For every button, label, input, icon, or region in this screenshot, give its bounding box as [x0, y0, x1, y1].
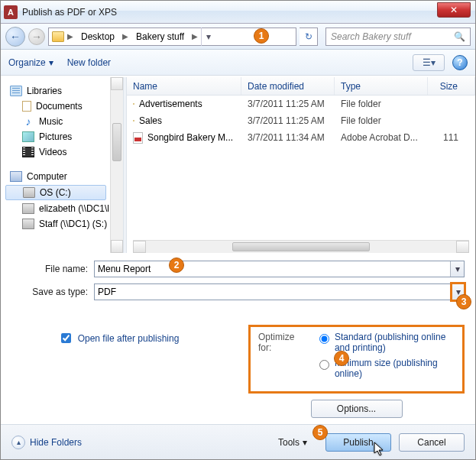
table-row[interactable]: Advertisements3/7/2011 11:25 AMFile fold… — [127, 96, 475, 112]
col-date[interactable]: Date modified — [241, 77, 335, 95]
crumb-desktop[interactable]: Desktop — [76, 30, 119, 44]
tree-libraries[interactable]: Libraries — [4, 83, 120, 99]
tree-scrollbar[interactable] — [110, 77, 123, 253]
toolbar: Organize▾ New folder ☰▾ ? — [1, 50, 475, 76]
save-type-label: Save as type: — [11, 287, 88, 297]
music-icon: ♪ — [22, 116, 34, 127]
computer-icon — [10, 171, 22, 182]
cancel-button[interactable]: Cancel — [399, 433, 465, 452]
app-icon: A — [4, 5, 18, 19]
pictures-icon — [22, 131, 34, 142]
file-name-label: File name: — [11, 264, 88, 274]
search-input[interactable]: Search Bakery stuff 🔍 — [325, 28, 471, 46]
back-button[interactable]: ← — [5, 27, 25, 47]
chevron-down-icon: ▾ — [303, 437, 307, 448]
folder-icon — [133, 120, 134, 121]
column-headers: Name Date modified Type Size — [127, 77, 475, 96]
publish-button[interactable]: Publish — [325, 433, 391, 452]
hide-folders-button[interactable]: ▴ Hide Folders — [11, 436, 82, 449]
tree-os-drive[interactable]: OS (C:) — [5, 185, 106, 200]
search-placeholder: Search Bakery stuff — [331, 31, 411, 42]
tree-documents[interactable]: Documents — [4, 99, 120, 114]
radio-minimum[interactable]: Minimum size (publishing online) — [316, 358, 455, 379]
crumb-bakery[interactable]: Bakery stuff — [131, 30, 189, 44]
breadcrumb[interactable]: ▶ Desktop ▶ Bakery stuff ▶ ▾ — [48, 28, 296, 46]
table-row[interactable]: Sales3/7/2011 11:25 AMFile folder — [127, 112, 475, 129]
tree-computer[interactable]: Computer — [4, 169, 120, 184]
chevron-down-icon[interactable]: ▾ — [450, 282, 466, 302]
open-after-check-input[interactable] — [61, 333, 71, 343]
pdf-icon — [133, 132, 143, 144]
tree-videos[interactable]: Videos — [4, 144, 120, 160]
organize-menu[interactable]: Organize▾ — [8, 57, 53, 68]
col-type[interactable]: Type — [335, 77, 428, 95]
dialog-footer: ▴ Hide Folders Tools ▾ Publish Cancel — [1, 424, 475, 459]
address-dropdown[interactable]: ▾ — [201, 28, 215, 46]
save-type-dropdown[interactable]: PDF ▾ — [94, 283, 465, 300]
libraries-icon — [10, 86, 22, 96]
refresh-button[interactable]: ↻ — [300, 28, 318, 46]
chevron-right-icon: ▶ — [67, 32, 73, 40]
tree-music[interactable]: ♪Music — [4, 114, 120, 129]
file-name-input[interactable]: Menu Report ▾ — [94, 261, 465, 277]
network-drive-icon — [22, 203, 34, 214]
folder-icon — [52, 31, 64, 42]
new-folder-button[interactable]: New folder — [67, 57, 111, 68]
optimize-label: Optimize for: — [258, 332, 309, 353]
drive-icon — [23, 187, 35, 198]
titlebar: A Publish as PDF or XPS ✕ — [1, 1, 475, 24]
tree-net-staff[interactable]: Staff (\\DC1) (S:) — [4, 216, 120, 232]
optimize-group: Optimize for: Standard (publishing onlin… — [248, 325, 465, 394]
address-bar-row: ← → ▶ Desktop ▶ Bakery stuff ▶ ▾ ↻ Searc… — [1, 24, 475, 50]
file-hscrollbar[interactable] — [133, 240, 469, 253]
close-button[interactable]: ✕ — [437, 2, 471, 18]
chevron-down-icon[interactable]: ▾ — [450, 261, 464, 277]
file-name-value: Menu Report — [98, 264, 151, 274]
file-list: Name Date modified Type Size Advertiseme… — [127, 77, 475, 253]
view-mode-button[interactable]: ☰▾ — [413, 54, 445, 71]
chevron-down-icon: ▾ — [49, 57, 53, 68]
col-name[interactable]: Name — [127, 77, 241, 95]
cursor-icon — [374, 442, 386, 457]
chevron-right-icon: ▶ — [122, 32, 128, 40]
col-size[interactable]: Size — [428, 77, 475, 95]
nav-tree: Libraries Documents ♪Music Pictures Vide… — [1, 77, 123, 253]
help-button[interactable]: ? — [452, 55, 468, 70]
options-button[interactable]: Options... — [311, 400, 403, 418]
tools-menu[interactable]: Tools ▾ — [278, 437, 307, 448]
search-icon: 🔍 — [454, 31, 465, 42]
network-drive-icon — [22, 219, 34, 229]
save-type-value: PDF — [98, 287, 116, 297]
window-title: Publish as PDF or XPS — [22, 7, 117, 18]
chevron-up-icon: ▴ — [11, 436, 25, 449]
documents-icon — [22, 101, 31, 112]
chevron-right-icon: ▶ — [192, 32, 198, 40]
tree-pictures[interactable]: Pictures — [4, 129, 120, 144]
radio-standard[interactable]: Standard (publishing online and printing… — [316, 332, 455, 353]
videos-icon — [22, 147, 34, 157]
forward-button[interactable]: → — [28, 28, 45, 45]
tree-net-elizabeth[interactable]: elizabeth (\\DC1\l — [4, 201, 120, 216]
open-after-checkbox[interactable]: Open file after publishing — [58, 331, 180, 345]
table-row[interactable]: Songbird Bakery M...3/7/2011 11:34 AMAdo… — [127, 129, 475, 146]
folder-icon — [133, 103, 134, 105]
